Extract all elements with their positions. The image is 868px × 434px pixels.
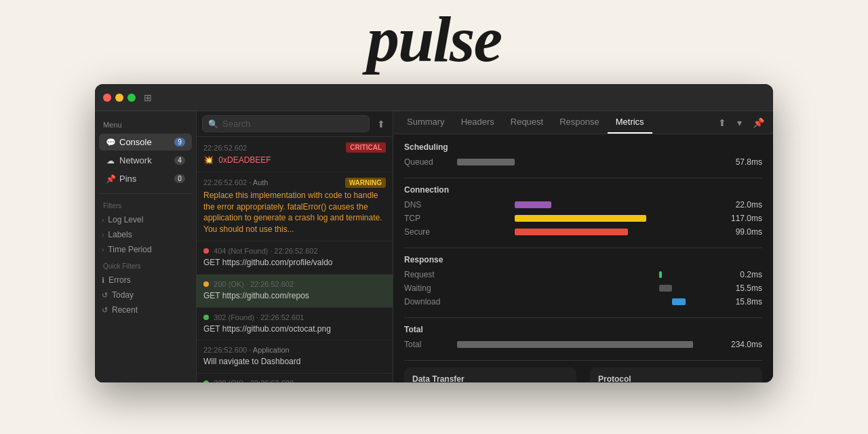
status-dot-yellow <box>203 281 209 287</box>
console-badge: 9 <box>174 138 185 146</box>
request-bar-container <box>457 270 719 279</box>
recent-icon: ↺ <box>102 306 108 315</box>
chevron-icon: › <box>102 231 104 239</box>
tab-metrics[interactable]: Metrics <box>608 111 652 134</box>
sidebar-item-console[interactable]: 💬 Console 9 <box>99 134 192 151</box>
tab-summary[interactable]: Summary <box>399 111 453 134</box>
metrics-row-queued: Queued 57.8ms <box>404 157 762 167</box>
protocol-title: Protocol <box>598 374 754 382</box>
dns-label: DNS <box>404 200 452 210</box>
metrics-row-total: Total 234.0ms <box>404 340 762 349</box>
log-entry-5[interactable]: 302 (Found) · 22:26:52.601 GET https://g… <box>197 308 393 341</box>
download-bar-container <box>457 297 719 307</box>
total-value: 234.0ms <box>725 340 762 349</box>
queued-bar <box>457 159 515 165</box>
sidebar: Menu 💬 Console 9 ☁ Network 4 📌 Pins 0 Fi… <box>95 111 197 382</box>
dropdown-button[interactable]: ▾ <box>734 115 745 130</box>
metrics-row-request: Request 0.2ms <box>404 270 762 279</box>
filter-label-3: Time Period <box>108 245 151 254</box>
log-toolbar: 🔍 ⬆ <box>197 111 393 137</box>
secure-value: 99.0ms <box>725 227 762 237</box>
pin-button[interactable]: 📌 <box>749 115 768 130</box>
queued-value: 57.8ms <box>725 157 762 167</box>
log-entry-4[interactable]: 200 (OK) · 22:26:52.602 GET https://gith… <box>197 275 393 308</box>
tab-actions: ⬆ ▾ 📌 <box>715 115 768 130</box>
filters-section-label: Filters <box>95 199 196 212</box>
tab-response[interactable]: Response <box>551 111 608 134</box>
log-entry-7[interactable]: 200 (OK) · 22:26:52.600 <box>197 374 393 382</box>
total-bar-container <box>457 340 719 349</box>
search-box[interactable]: 🔍 <box>202 115 370 132</box>
connection-title: Connection <box>404 185 762 195</box>
log-timestamp-1: 22:26:52.602 <box>203 144 247 152</box>
network-badge: 4 <box>174 156 185 165</box>
log-timestamp-6: 22:26:52.600 · Application <box>203 346 290 354</box>
sidebar-item-pins[interactable]: 📌 Pins 0 <box>99 170 192 187</box>
log-entry-1[interactable]: 22:26:52.602 CRITICAL 💥 0xDEADBEEF <box>197 137 393 172</box>
log-timestamp-2: 22:26:52.602 · Auth <box>203 178 268 186</box>
log-entries: 22:26:52.602 CRITICAL 💥 0xDEADBEEF 22:26… <box>197 137 393 382</box>
scheduling-section: Scheduling Queued 57.8ms <box>404 142 762 167</box>
metrics-row-waiting: Waiting 15.5ms <box>404 283 762 293</box>
waiting-label: Waiting <box>404 283 452 293</box>
metrics-content: Scheduling Queued 57.8ms Connection DNS <box>393 134 773 382</box>
main-window: ⊞ Menu 💬 Console 9 ☁ Network 4 📌 Pins 0 <box>95 84 773 382</box>
tcp-bar <box>515 215 646 222</box>
download-value: 15.8ms <box>725 297 762 307</box>
request-value: 0.2ms <box>725 270 762 279</box>
minimize-button[interactable] <box>115 94 123 102</box>
scheduling-title: Scheduling <box>404 142 762 152</box>
waiting-bar <box>659 285 672 292</box>
waiting-bar-container <box>457 283 719 293</box>
close-button[interactable] <box>103 94 111 102</box>
today-icon: ↺ <box>102 291 108 300</box>
detail-tabs: Summary Headers Request Response Metrics… <box>393 111 773 134</box>
quick-filter-errors[interactable]: ℹ Errors <box>95 273 196 288</box>
sidebar-toggle-icon[interactable]: ⊞ <box>144 92 152 103</box>
sidebar-divider-1 <box>99 193 192 194</box>
dns-bar <box>515 201 551 208</box>
log-message-5: GET https://github.com/octocat.png <box>203 323 386 335</box>
tab-request[interactable]: Request <box>502 111 551 134</box>
filter-time-period[interactable]: › Time Period <box>95 242 196 257</box>
main-content: Menu 💬 Console 9 ☁ Network 4 📌 Pins 0 Fi… <box>95 111 773 382</box>
dns-bar-container <box>457 200 719 210</box>
metrics-row-secure: Secure 99.0ms <box>404 227 762 237</box>
status-dot-green-2 <box>203 380 209 382</box>
log-badge-critical: CRITICAL <box>346 142 386 153</box>
titlebar: ⊞ <box>95 84 773 111</box>
sidebar-item-network[interactable]: ☁ Network 4 <box>99 152 192 169</box>
search-input[interactable] <box>222 119 363 129</box>
tcp-label: TCP <box>404 214 452 223</box>
tab-headers[interactable]: Headers <box>453 111 502 134</box>
log-message-3: GET https://github.com/profile/valdo <box>203 257 386 269</box>
log-entry-6[interactable]: 22:26:52.600 · Application Will navigate… <box>197 340 393 374</box>
log-entry-3[interactable]: 404 (Not Found) · 22:26:52.602 GET https… <box>197 241 393 275</box>
dns-value: 22.0ms <box>725 200 762 210</box>
log-message-2: Replace this implementation with code to… <box>203 190 386 235</box>
secure-label: Secure <box>404 227 452 237</box>
filter-labels[interactable]: › Labels <box>95 227 196 242</box>
status-dot-red <box>203 248 209 254</box>
response-section: Response Request 0.2ms Waiting 15.5ms <box>404 255 762 307</box>
traffic-lights <box>103 94 136 102</box>
request-bar <box>659 271 662 278</box>
share-button[interactable]: ⬆ <box>715 115 730 130</box>
filter-log-level[interactable]: › Log Level <box>95 212 196 227</box>
quick-filter-today[interactable]: ↺ Today <box>95 288 196 302</box>
filter-label-2: Labels <box>108 230 132 239</box>
metrics-row-download: Download 15.8ms <box>404 297 762 307</box>
log-timestamp-5: 302 (Found) · 22:26:52.601 <box>203 313 304 321</box>
maximize-button[interactable] <box>127 94 136 102</box>
export-button[interactable]: ⬆ <box>375 117 387 132</box>
detail-panel: Summary Headers Request Response Metrics… <box>393 111 773 382</box>
quick-filter-recent[interactable]: ↺ Recent <box>95 302 196 317</box>
search-icon: 🔍 <box>208 119 218 129</box>
data-transfer-section: Data Transfer Request Body: Zero KB Requ… <box>404 368 762 382</box>
divider-3 <box>404 317 762 318</box>
total-bar <box>457 341 693 348</box>
log-timestamp-7: 200 (OK) · 22:26:52.600 <box>203 379 294 382</box>
total-label: Total <box>404 340 452 349</box>
sidebar-item-label-network: Network <box>119 155 152 165</box>
log-entry-2[interactable]: 22:26:52.602 · Auth WARNING Replace this… <box>197 172 393 241</box>
